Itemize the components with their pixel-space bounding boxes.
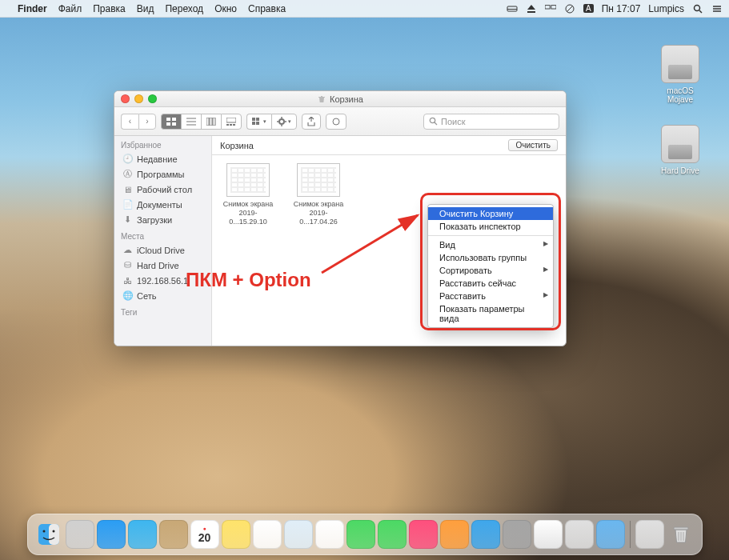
dock-messages-icon[interactable] [346, 520, 375, 549]
menubar-clock[interactable]: Пн 17:07 [602, 3, 641, 14]
minimize-window-button[interactable] [134, 94, 143, 103]
dock-contacts-icon[interactable] [159, 520, 188, 549]
dock-finder-icon[interactable] [34, 520, 63, 549]
menu-go[interactable]: Переход [165, 3, 203, 14]
spotlight-icon[interactable] [692, 3, 703, 14]
dock-terminal-icon[interactable] [534, 520, 563, 549]
dock-itunes-icon[interactable] [409, 520, 438, 549]
ctx-sort[interactable]: Сортировать [428, 264, 553, 277]
location-label: Корзина [220, 141, 254, 150]
sidebar-item-recents[interactable]: 🕘Недавние [114, 151, 211, 166]
dock-utility2-icon[interactable] [596, 520, 625, 549]
empty-trash-button[interactable]: Очистить [508, 139, 558, 151]
svg-rect-27 [256, 118, 259, 121]
menu-file[interactable]: Файл [58, 3, 82, 14]
sidebar-item-icloud[interactable]: ☁iCloud Drive [114, 242, 211, 258]
ctx-view-options[interactable]: Показать параметры вида [428, 302, 553, 325]
finder-sidebar: Избранное 🕘Недавние ⒶПрограммы 🖥Рабочий … [114, 136, 212, 346]
dock-mail-icon[interactable] [128, 520, 157, 549]
menubar: Finder Файл Правка Вид Переход Окно Спра… [0, 0, 729, 18]
svg-rect-19 [206, 118, 209, 126]
disk-icon [661, 45, 699, 83]
dock-preferences-icon[interactable] [503, 520, 531, 549]
file-item[interactable]: Снимок экрана2019-0...15.29.10 [220, 163, 276, 226]
svg-point-30 [279, 119, 284, 124]
dock-reminders-icon[interactable] [253, 520, 282, 549]
dock-launchpad-icon[interactable] [66, 520, 94, 549]
ctx-use-groups[interactable]: Использовать группы [428, 251, 553, 264]
eject-menubar-icon[interactable] [526, 3, 537, 14]
ctx-arrange[interactable]: Расставить [428, 290, 553, 302]
dock-ibooks-icon[interactable] [440, 520, 469, 549]
svg-line-8 [699, 10, 702, 13]
ctx-cleanup-now[interactable]: Расставить сейчас [428, 277, 553, 290]
menu-window[interactable]: Окно [214, 3, 237, 14]
svg-point-36 [430, 118, 435, 122]
view-icon-button[interactable] [161, 114, 181, 130]
desktop-drive-mojave[interactable]: macOS Mojave [655, 45, 705, 104]
action-button[interactable]: ▾ [271, 114, 297, 130]
svg-rect-1 [507, 9, 517, 10]
drive-label: Hard Drive [661, 166, 699, 175]
close-window-button[interactable] [121, 94, 130, 103]
menu-help[interactable]: Справка [248, 3, 286, 14]
drive-label: macOS Mojave [667, 86, 693, 104]
network-icon: 🌐 [122, 290, 133, 301]
dock-safari-icon[interactable] [97, 520, 126, 549]
window-titlebar[interactable]: Корзина [114, 91, 566, 107]
display-menubar-icon[interactable] [545, 3, 556, 14]
ctx-empty-trash[interactable]: Очистить Корзину [428, 207, 553, 220]
search-field[interactable]: Поиск [423, 114, 559, 130]
dock-maps-icon[interactable] [284, 520, 313, 549]
disk-icon [661, 125, 699, 163]
dock-downloads-stack-icon[interactable] [635, 520, 664, 549]
sidebar-item-desktop[interactable]: 🖥Рабочий стол [114, 182, 211, 197]
svg-rect-29 [256, 122, 259, 125]
dock-appstore-icon[interactable] [471, 520, 500, 549]
sidebar-item-apps[interactable]: ⒶПрограммы [114, 166, 211, 182]
svg-rect-23 [226, 124, 229, 126]
tags-button[interactable] [326, 114, 346, 130]
dock-trash-icon[interactable] [667, 520, 695, 549]
svg-rect-21 [213, 118, 215, 126]
svg-rect-3 [545, 5, 550, 8]
menu-view[interactable]: Вид [137, 3, 154, 14]
disk-menubar-icon[interactable] [507, 3, 518, 14]
zoom-window-button[interactable] [148, 94, 157, 103]
nav-back-button[interactable]: ‹ [121, 114, 138, 130]
screenshot-thumbnail-icon [226, 163, 270, 197]
svg-point-35 [333, 118, 339, 125]
downloads-icon: ⬇ [122, 214, 133, 225]
app-menu[interactable]: Finder [18, 3, 47, 14]
dock-facetime-icon[interactable] [378, 520, 407, 549]
dock-notes-icon[interactable] [222, 520, 250, 549]
view-list-button[interactable] [181, 114, 201, 130]
dnd-menubar-icon[interactable] [564, 3, 575, 14]
arrange-button[interactable]: ▾ [246, 114, 271, 130]
view-column-button[interactable] [201, 114, 221, 130]
svg-rect-2 [527, 11, 535, 13]
menubar-user[interactable]: Lumpics [648, 3, 684, 14]
nav-forward-button[interactable]: › [138, 114, 156, 130]
disk-icon: ⛁ [122, 260, 133, 270]
input-source-badge[interactable]: A [583, 4, 594, 13]
location-bar: Корзина Очистить [212, 136, 566, 155]
desktop-icon: 🖥 [122, 184, 133, 194]
svg-rect-14 [166, 122, 170, 126]
notification-center-icon[interactable] [711, 3, 723, 14]
sidebar-item-documents[interactable]: 📄Документы [114, 197, 211, 212]
dock-utility1-icon[interactable] [565, 520, 594, 549]
dock-photos-icon[interactable] [315, 520, 344, 549]
share-button[interactable] [302, 114, 321, 130]
dock-calendar-icon[interactable]: ●20 [190, 520, 219, 549]
view-gallery-button[interactable] [221, 114, 242, 130]
menu-edit[interactable]: Правка [93, 3, 126, 14]
trash-title-icon [317, 94, 326, 104]
file-item[interactable]: Снимок экрана2019-0...17.04.26 [290, 163, 346, 226]
sidebar-item-downloads[interactable]: ⬇Загрузки [114, 212, 211, 227]
ctx-show-inspector[interactable]: Показать инспектор [428, 220, 553, 233]
desktop-drive-hard[interactable]: Hard Drive [655, 125, 705, 175]
sidebar-section-locations: Места [114, 227, 211, 242]
svg-rect-43 [674, 527, 688, 530]
ctx-view[interactable]: Вид [428, 238, 553, 251]
